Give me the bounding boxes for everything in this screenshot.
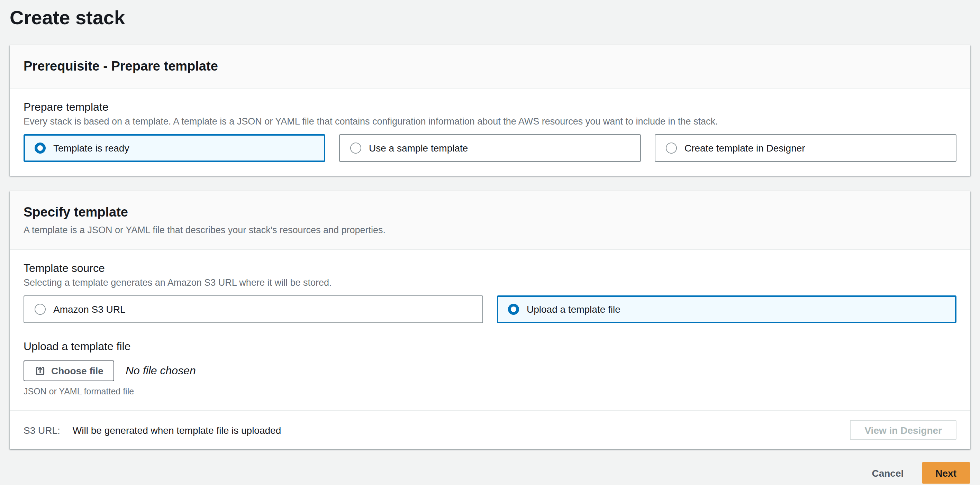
- cancel-button[interactable]: Cancel: [872, 468, 904, 479]
- create-stack-page: Create stack Prerequisite - Prepare temp…: [0, 0, 980, 485]
- next-button[interactable]: Next: [921, 462, 970, 483]
- choose-file-row: Choose file No file chosen: [24, 361, 956, 381]
- prepare-template-description: Every stack is based on a template. A te…: [24, 116, 956, 127]
- upload-format-hint: JSON or YAML formatted file: [24, 387, 956, 396]
- radio-unselected-icon[interactable]: [666, 143, 677, 154]
- choose-file-button[interactable]: Choose file: [24, 361, 115, 381]
- template-source-label: Template source: [24, 262, 956, 275]
- prerequisite-card-title: Prerequisite - Prepare template: [24, 58, 956, 75]
- upload-icon: [35, 365, 46, 376]
- no-file-chosen-text: No file chosen: [126, 365, 196, 377]
- upload-template-label: Upload a template file: [24, 340, 956, 353]
- tile-create-template-in-designer[interactable]: Create template in Designer: [655, 134, 956, 162]
- s3-url-label: S3 URL:: [24, 425, 60, 436]
- radio-selected-icon[interactable]: [35, 143, 46, 154]
- wizard-actions: Cancel Next: [10, 462, 970, 485]
- view-in-designer-button[interactable]: View in Designer: [850, 420, 956, 440]
- tile-template-is-ready[interactable]: Template is ready: [24, 134, 325, 162]
- radio-unselected-icon[interactable]: [35, 304, 46, 315]
- page-title: Create stack: [10, 0, 970, 30]
- radio-selected-icon[interactable]: [508, 304, 519, 315]
- specify-template-card-header: Specify template A template is a JSON or…: [10, 191, 970, 250]
- specify-template-card-title: Specify template: [24, 204, 956, 221]
- tile-label: Template is ready: [53, 143, 129, 154]
- prerequisite-card: Prerequisite - Prepare template Prepare …: [10, 45, 970, 176]
- prerequisite-card-body: Prepare template Every stack is based on…: [10, 89, 970, 176]
- tile-label: Upload a template file: [527, 304, 620, 315]
- tile-label: Create template in Designer: [684, 143, 805, 154]
- s3-url-value: Will be generated when template file is …: [73, 425, 281, 436]
- tile-use-sample-template[interactable]: Use a sample template: [339, 134, 641, 162]
- specify-template-card-body: Template source Selecting a template gen…: [10, 250, 970, 410]
- specify-template-card-description: A template is a JSON or YAML file that d…: [24, 224, 956, 236]
- template-source-description: Selecting a template generates an Amazon…: [24, 277, 956, 288]
- choose-file-button-label: Choose file: [51, 365, 103, 376]
- specify-template-card: Specify template A template is a JSON or…: [10, 191, 970, 449]
- tile-upload-template-file[interactable]: Upload a template file: [497, 296, 956, 323]
- specify-template-card-footer: S3 URL: Will be generated when template …: [10, 410, 970, 449]
- tile-label: Amazon S3 URL: [53, 304, 126, 315]
- template-source-options: Amazon S3 URL Upload a template file: [24, 296, 956, 323]
- prerequisite-card-header: Prerequisite - Prepare template: [10, 45, 970, 89]
- tile-label: Use a sample template: [369, 143, 468, 154]
- radio-unselected-icon[interactable]: [350, 143, 361, 154]
- upload-template-field: Upload a template file Choose file: [24, 340, 956, 396]
- prepare-template-label: Prepare template: [24, 100, 956, 114]
- prepare-template-options: Template is ready Use a sample template …: [24, 134, 956, 162]
- tile-amazon-s3-url[interactable]: Amazon S3 URL: [24, 296, 483, 323]
